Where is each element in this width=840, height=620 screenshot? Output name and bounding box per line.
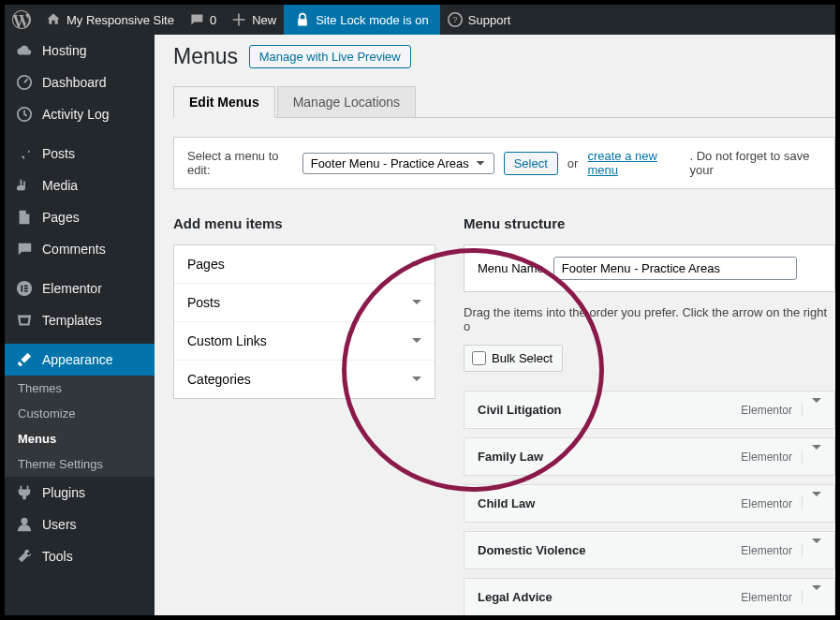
live-preview-button[interactable]: Manage with Live Preview — [249, 45, 411, 68]
new-label: New — [252, 13, 276, 27]
create-new-menu-link[interactable]: create a new menu — [587, 149, 680, 177]
menu-items-list: Civil LitigationElementorFamily LawEleme… — [464, 391, 835, 615]
sidebar-item-pages[interactable]: Pages — [5, 201, 155, 233]
add-items-accordion: Pages Posts Custom Links Categories — [173, 244, 435, 399]
dashboard-icon — [16, 74, 33, 91]
or-text: or — [567, 156, 579, 170]
sidebar-sub-theme-settings[interactable]: Theme Settings — [5, 451, 155, 477]
content-area: Menus Manage with Live Preview Edit Menu… — [155, 35, 835, 615]
svg-text:?: ? — [452, 15, 457, 24]
chevron-down-icon — [412, 261, 421, 271]
sidebar-item-templates[interactable]: Templates — [5, 304, 155, 336]
sidebar-sub-customize[interactable]: Customize — [5, 401, 155, 426]
label: Appearance — [42, 352, 113, 367]
menu-item[interactable]: Child LawElementor — [464, 484, 835, 523]
sidebar-item-elementor[interactable]: Elementor — [5, 273, 155, 304]
media-icon — [16, 177, 33, 194]
templates-icon — [16, 312, 33, 329]
plus-icon — [231, 12, 246, 27]
pages-icon — [16, 209, 33, 226]
label: Comments — [42, 242, 106, 257]
menu-item-title: Domestic Violence — [478, 543, 585, 557]
label: Media — [42, 178, 78, 193]
chevron-down-icon — [812, 445, 821, 468]
menu-item-type: Elementor — [741, 544, 792, 557]
comments-count: 0 — [210, 13, 216, 27]
menu-item-title: Child Law — [478, 496, 535, 510]
comments-link[interactable]: 0 — [182, 5, 224, 35]
accordion-categories[interactable]: Categories — [174, 361, 435, 398]
site-lock-notice[interactable]: Site Lock mode is on — [284, 5, 440, 35]
menu-item-type: Elementor — [741, 450, 792, 464]
menu-item-title: Civil Litigation — [478, 403, 562, 417]
help-icon: ? — [448, 12, 463, 27]
users-icon — [16, 516, 33, 533]
support-link[interactable]: ?Support — [440, 5, 519, 35]
tab-manage-locations[interactable]: Manage Locations — [277, 86, 416, 117]
tab-edit-menus[interactable]: Edit Menus — [173, 86, 275, 118]
svg-rect-8 — [24, 290, 28, 292]
sidebar-sub-menus[interactable]: Menus — [5, 426, 155, 451]
svg-rect-6 — [24, 285, 28, 287]
sidebar-item-dashboard[interactable]: Dashboard — [5, 66, 155, 98]
expand-toggle[interactable] — [802, 403, 821, 417]
brush-icon — [16, 351, 33, 368]
nav-tabs: Edit Menus Manage Locations — [173, 86, 835, 118]
expand-toggle[interactable] — [802, 450, 821, 464]
menu-select-strip: Select a menu to edit: Footer Menu - Pra… — [173, 137, 835, 189]
menu-name-input[interactable] — [553, 257, 797, 280]
spacer — [5, 130, 155, 138]
sidebar-item-activity[interactable]: Activity Log — [5, 98, 155, 130]
accordion-pages[interactable]: Pages — [174, 245, 435, 284]
expand-toggle[interactable] — [802, 543, 821, 557]
menu-item[interactable]: Domestic ViolenceElementor — [464, 531, 835, 569]
menu-item-type: Elementor — [741, 497, 792, 510]
label: Hosting — [42, 43, 86, 58]
chevron-down-icon — [812, 585, 821, 609]
sidebar-item-hosting[interactable]: Hosting — [5, 35, 155, 66]
menu-item[interactable]: Legal AdviceElementor — [464, 578, 835, 615]
support-label: Support — [468, 13, 511, 27]
drag-instructions: Drag the items into the order you prefer… — [464, 291, 835, 345]
menu-item-type: Elementor — [741, 591, 792, 604]
sidebar-item-plugins[interactable]: Plugins — [5, 477, 155, 509]
select-button[interactable]: Select — [504, 152, 558, 175]
page-title: Menus — [173, 44, 238, 69]
label: Bulk Select — [492, 351, 553, 365]
label: Users — [42, 517, 77, 532]
sidebar-item-comments[interactable]: Comments — [5, 233, 155, 265]
label: Plugins — [42, 485, 85, 500]
accordion-custom-links[interactable]: Custom Links — [174, 322, 435, 361]
site-name-link[interactable]: My Responsive Site — [38, 5, 182, 35]
accordion-posts[interactable]: Posts — [174, 284, 435, 322]
bulk-select-checkbox[interactable] — [472, 351, 486, 365]
menu-name-label: Menu Name — [478, 261, 544, 275]
menu-item[interactable]: Civil LitigationElementor — [464, 391, 835, 429]
menu-item-title: Family Law — [478, 450, 543, 464]
clock-icon — [16, 106, 33, 123]
chevron-down-icon — [812, 539, 821, 562]
expand-toggle[interactable] — [802, 590, 821, 604]
sidebar-item-users[interactable]: Users — [5, 509, 155, 540]
chevron-down-icon — [812, 398, 821, 421]
label: Posts — [42, 146, 75, 161]
label: Categories — [187, 372, 251, 387]
sidebar-item-media[interactable]: Media — [5, 170, 155, 201]
label: Elementor — [42, 281, 102, 296]
sidebar-item-posts[interactable]: Posts — [5, 138, 155, 170]
svg-point-9 — [21, 518, 27, 524]
sidebar-sub-themes[interactable]: Themes — [5, 376, 155, 401]
wordpress-logo[interactable] — [5, 5, 38, 35]
menu-select-dropdown[interactable]: Footer Menu - Practice Areas — [302, 153, 494, 174]
sidebar-item-tools[interactable]: Tools — [5, 540, 155, 572]
expand-toggle[interactable] — [802, 496, 821, 510]
new-content-link[interactable]: New — [224, 5, 284, 35]
label: Tools — [42, 549, 73, 564]
sidebar-item-appearance[interactable]: Appearance — [5, 344, 155, 376]
spacer — [5, 265, 155, 273]
bulk-select-toggle[interactable]: Bulk Select — [464, 345, 563, 372]
menu-item[interactable]: Family LawElementor — [464, 437, 835, 476]
admin-sidebar: Hosting Dashboard Activity Log Posts Med… — [5, 35, 155, 615]
label: Dashboard — [42, 75, 107, 90]
tools-icon — [16, 548, 33, 565]
